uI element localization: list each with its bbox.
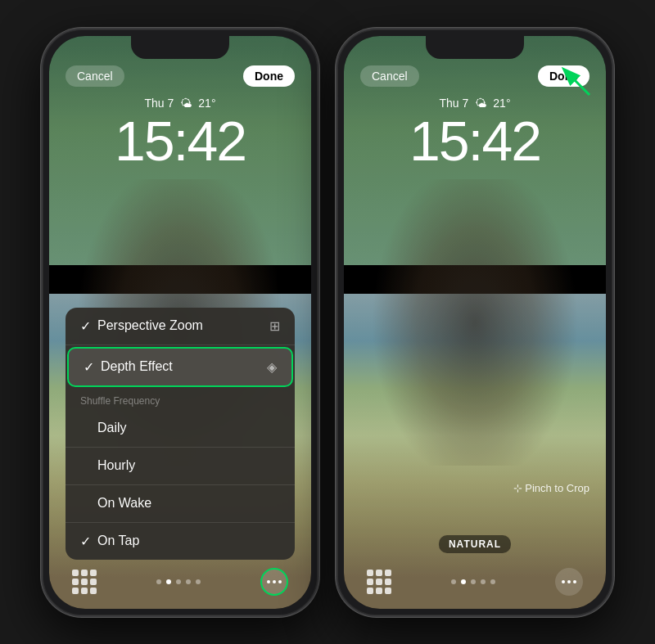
status-row: Thu 7 🌤 21°	[49, 97, 311, 110]
cancel-button[interactable]: Cancel	[66, 65, 124, 87]
right-more-button[interactable]	[555, 568, 583, 596]
right-cancel-button[interactable]: Cancel	[360, 65, 419, 87]
perspective-zoom-item[interactable]: ✓ Perspective Zoom ⊞	[66, 308, 295, 345]
natural-badge: NATURAL	[439, 535, 511, 553]
daily-item[interactable]: ✓ Daily	[66, 410, 295, 448]
right-volume-down-button[interactable]	[336, 173, 338, 209]
left-phone-screen: Cancel Done Thu 7 🌤 21° 15:42 ✓ Perspect…	[49, 36, 311, 609]
perspective-zoom-check: ✓	[80, 318, 91, 334]
perspective-zoom-icon: ⊞	[269, 318, 280, 334]
right-notch	[426, 36, 524, 59]
right-lock-screen-ui: Cancel Done Thu 7 🌤 21° 15:42	[344, 36, 606, 609]
mute-button[interactable]	[41, 95, 43, 118]
on-tap-label: On Tap	[97, 534, 280, 548]
pinch-to-crop-label: ⊹ Pinch to Crop	[513, 482, 590, 494]
done-button[interactable]: Done	[243, 65, 295, 87]
depth-effect-label: Depth Effect	[101, 359, 267, 374]
daily-label: Daily	[97, 421, 280, 435]
right-dot-4	[481, 579, 486, 584]
right-bottom-bar	[344, 568, 606, 596]
right-page-dots	[451, 579, 495, 584]
temp-label: 21°	[198, 97, 215, 110]
dot-4	[186, 579, 191, 584]
left-phone: Cancel Done Thu 7 🌤 21° 15:42 ✓ Perspect…	[41, 28, 319, 617]
context-menu: ✓ Perspective Zoom ⊞ ✓ Depth Effect ◈ Sh…	[66, 308, 295, 560]
right-dot-1	[451, 579, 456, 584]
time-display: 15:42	[49, 113, 311, 169]
right-phone-frame: Cancel Done Thu 7 🌤 21° 15:42 ⊹ Pinch to…	[336, 28, 614, 617]
more-dots-icon	[267, 580, 282, 583]
right-dot-5	[490, 579, 495, 584]
depth-effect-icon: ◈	[267, 359, 277, 375]
weather-icon: 🌤	[180, 97, 192, 110]
day-label: Thu 7	[145, 97, 174, 110]
right-grid-icon[interactable]	[367, 570, 391, 594]
volume-up-button[interactable]	[41, 128, 43, 164]
right-weather-icon: 🌤	[475, 97, 486, 110]
dot-5	[196, 579, 201, 584]
dot-3	[176, 579, 181, 584]
right-phone-screen: Cancel Done Thu 7 🌤 21° 15:42 ⊹ Pinch to…	[344, 36, 606, 609]
right-dot-3	[471, 579, 476, 584]
on-wake-item[interactable]: ✓ On Wake	[66, 485, 295, 523]
perspective-zoom-label: Perspective Zoom	[97, 318, 269, 333]
notch	[131, 36, 229, 59]
right-mute-button[interactable]	[336, 95, 338, 118]
power-button[interactable]	[317, 144, 319, 201]
right-power-button[interactable]	[612, 144, 614, 201]
right-temp-label: 21°	[493, 97, 510, 110]
dot-2	[166, 579, 171, 584]
right-status-row: Thu 7 🌤 21°	[344, 97, 606, 110]
grid-icon[interactable]	[72, 570, 97, 594]
page-dots	[156, 579, 201, 584]
on-tap-item[interactable]: ✓ On Tap	[66, 523, 295, 560]
right-phone: Cancel Done Thu 7 🌤 21° 15:42 ⊹ Pinch to…	[336, 28, 614, 617]
bottom-bar	[49, 568, 311, 596]
hourly-label: Hourly	[97, 458, 280, 473]
more-button[interactable]	[260, 568, 288, 596]
right-volume-up-button[interactable]	[336, 128, 338, 164]
right-more-dots-icon	[562, 580, 576, 583]
on-wake-label: On Wake	[97, 496, 280, 511]
dot-1	[156, 579, 161, 584]
on-tap-check: ✓	[80, 534, 91, 549]
hourly-item[interactable]: ✓ Hourly	[66, 448, 295, 485]
depth-effect-check: ✓	[84, 359, 94, 375]
volume-down-button[interactable]	[41, 173, 43, 209]
right-dot-2	[461, 579, 466, 584]
shuffle-frequency-label: Shuffle Frequency	[66, 389, 295, 410]
left-phone-frame: Cancel Done Thu 7 🌤 21° 15:42 ✓ Perspect…	[41, 28, 319, 617]
right-done-button[interactable]: Done	[538, 65, 590, 87]
right-time-display: 15:42	[344, 113, 606, 169]
depth-effect-item[interactable]: ✓ Depth Effect ◈	[67, 347, 293, 387]
right-day-label: Thu 7	[440, 97, 469, 110]
